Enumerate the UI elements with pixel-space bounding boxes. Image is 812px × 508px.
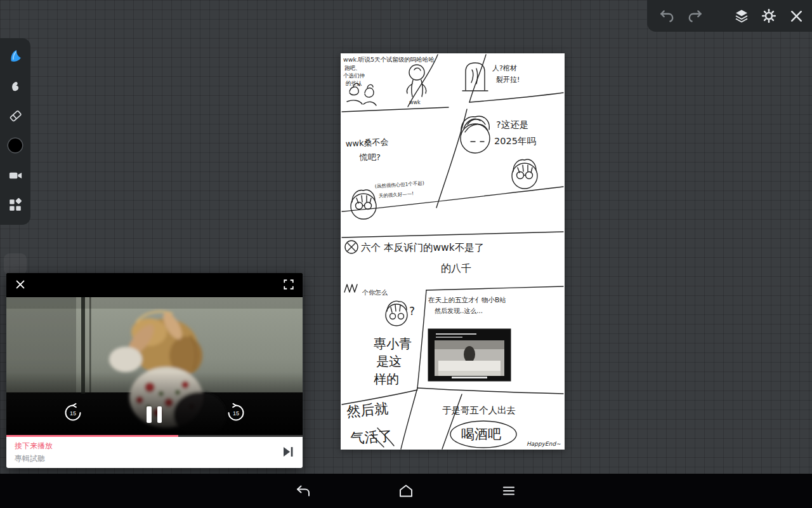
gear-icon <box>761 8 776 23</box>
smudge-icon <box>8 78 23 93</box>
layers-icon <box>734 8 749 23</box>
doodle-tombstone <box>462 63 488 91</box>
undo-icon <box>658 8 675 24</box>
smudge-tool-button[interactable] <box>6 77 24 95</box>
comic-text: 于是哥五个人出去 <box>442 405 516 415</box>
comic-text: 样的 <box>374 371 399 387</box>
comic-text: 專小青 <box>374 336 412 351</box>
forward-15-icon: 15 <box>226 403 246 423</box>
back-button[interactable] <box>295 483 311 499</box>
app-screen: wwk.听说5天个试留级的吗哈哈哈 跑吧、 个选们仲 的些认 wwk 人?棺材 … <box>0 0 812 508</box>
pip-close-button[interactable] <box>15 279 26 292</box>
comic-text: 跑吧、 <box>344 65 361 71</box>
comic-text-layer: wwk.听说5天个试留级的吗哈哈哈 跑吧、 个选们仲 的些认 wwk 人?棺材 … <box>343 56 561 447</box>
pip-fullscreen-button[interactable] <box>283 279 294 292</box>
comic-text: 六个 本反诉门的wwk不是了 <box>361 242 484 253</box>
menu-icon <box>501 483 517 499</box>
up-next-label: 接下来播放 <box>15 441 53 451</box>
comic-text: 在天上的五立才亻物小B站 <box>428 296 506 304</box>
svg-text:15: 15 <box>70 410 76 417</box>
video-camera-icon <box>8 168 23 184</box>
skip-next-icon <box>284 447 294 457</box>
system-nav-bar <box>0 474 812 508</box>
video-player-window[interactable]: 15 15 接下来播放 <box>6 273 303 468</box>
eraser-tool-button[interactable] <box>6 107 24 124</box>
fullscreen-icon <box>283 279 294 290</box>
comic-text: ? <box>409 305 415 318</box>
comic-text: 的些认 <box>346 80 362 86</box>
settings-button[interactable] <box>761 7 776 25</box>
doodle-glasses-face <box>512 159 537 189</box>
doodle-crowd <box>347 83 376 105</box>
layers-button[interactable] <box>734 7 749 25</box>
video-player-topbar <box>6 273 303 297</box>
comic-text: 然后就 <box>346 400 389 420</box>
brush-logo-icon <box>7 48 24 65</box>
home-button[interactable] <box>398 483 414 499</box>
color-swatch-button[interactable] <box>6 137 24 154</box>
redo-button[interactable] <box>687 7 704 25</box>
close-app-button[interactable] <box>789 7 804 25</box>
comic-text: 喝酒吧 <box>461 427 501 442</box>
record-tool-button[interactable] <box>6 166 24 184</box>
brush-tool-button[interactable] <box>6 47 24 65</box>
comic-text: 人?棺材 <box>492 64 517 72</box>
drawing-canvas[interactable]: wwk.听说5天个试留级的吗哈哈哈 跑吧、 个选们仲 的些认 wwk 人?棺材 … <box>341 53 565 450</box>
up-next-title: 專輯試聽 <box>15 453 53 464</box>
redo-icon <box>687 8 704 24</box>
comic-text: 气活了 <box>350 427 393 446</box>
pause-bar <box>157 406 162 423</box>
comic-text: 天的很久好——! <box>379 190 414 199</box>
undo-button[interactable] <box>658 7 675 25</box>
widgets-icon <box>8 197 23 213</box>
rewind-15-icon: 15 <box>63 403 83 423</box>
recents-button[interactable] <box>501 483 517 499</box>
comic-text: 慌吧? <box>359 152 381 162</box>
comic-text: 的八千 <box>441 262 471 274</box>
up-next-texts: 接下来播放 專輯試聽 <box>15 441 53 464</box>
comic-signature: HappyEnd~ <box>527 441 561 447</box>
comic-text: 是这 <box>376 354 402 369</box>
skip-next-button[interactable] <box>284 447 294 458</box>
comic-video-thumbnail <box>428 329 511 381</box>
doodle-messy-hair-head <box>461 116 490 153</box>
comic-text: 个你怎么 <box>362 289 388 296</box>
doodle-squiggle <box>344 284 357 292</box>
comic-text: wwk <box>409 100 421 105</box>
pause-button[interactable] <box>147 406 162 423</box>
widgets-tool-button[interactable] <box>6 196 24 214</box>
top-toolbar <box>647 0 812 32</box>
comic-text: (虽然很伤心但1个不起) <box>375 180 425 189</box>
comic-text: wwk桑不会 <box>345 137 388 149</box>
comic-top-caption: wwk.听说5天个试留级的吗哈哈哈 <box>343 56 435 63</box>
rewind-15-button[interactable]: 15 <box>63 403 83 425</box>
eraser-icon <box>8 108 23 124</box>
close-icon <box>15 279 26 290</box>
doodle-glasses-face-2 <box>351 190 376 219</box>
doodle-x-circle <box>345 241 358 253</box>
up-next-bar: 接下来播放 專輯試聽 <box>6 437 303 468</box>
comic-text: ?这还是 <box>496 119 528 130</box>
back-icon <box>295 483 311 499</box>
comic-text: 个选们仲 <box>343 72 365 79</box>
close-icon <box>789 8 804 24</box>
tool-sidebar <box>0 38 30 225</box>
comic-text: 然后发现..这么... <box>435 307 483 314</box>
comic-drawing: wwk.听说5天个试留级的吗哈哈哈 跑吧、 个选们仲 的些认 wwk 人?棺材 … <box>341 53 565 450</box>
video-frame[interactable]: 15 15 <box>6 297 303 435</box>
comic-text: 裂开拉! <box>496 76 520 84</box>
doodle-question-face <box>386 301 407 326</box>
home-icon <box>398 483 414 499</box>
pause-bar <box>147 406 152 423</box>
svg-text:15: 15 <box>233 410 239 417</box>
comic-text: 2025年吗 <box>494 136 536 146</box>
collapsed-panel[interactable] <box>4 253 27 275</box>
current-color-swatch <box>8 138 22 152</box>
forward-15-button[interactable]: 15 <box>226 403 246 425</box>
